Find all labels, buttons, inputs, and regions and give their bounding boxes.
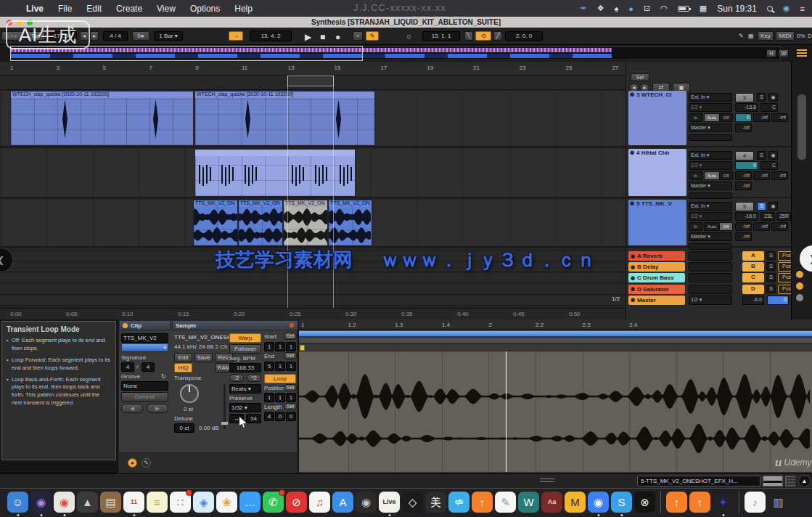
arrangement-position-field[interactable]: 13. 4. 2 [250, 30, 292, 41]
grid-thumbnail[interactable] [785, 476, 795, 487]
track-title[interactable]: ◉3 WTECH_Cl [628, 91, 686, 145]
show-hide-panel-button[interactable]: ▲ [798, 475, 811, 487]
session-record-button[interactable]: ○ [406, 32, 411, 41]
solo-button[interactable]: S [757, 151, 766, 160]
clip[interactable] [194, 149, 356, 197]
send-c[interactable]: -inf [771, 113, 788, 122]
master-channel-chooser[interactable]: 1/2 ▾ [689, 296, 732, 305]
monitor-off[interactable]: Off [719, 171, 733, 180]
dock-trash[interactable]: ▥ [768, 492, 789, 513]
send-b[interactable]: -inf [753, 171, 770, 180]
monitor-auto[interactable]: Auto [704, 171, 720, 180]
dock-textedit[interactable]: ✎ [495, 492, 516, 513]
end-set-button[interactable]: Set [284, 352, 297, 359]
dock-qbittorrent[interactable]: qb [448, 492, 469, 513]
track-title[interactable]: ◉5 TTS_MK_V [628, 200, 686, 245]
dock-zoom[interactable]: ◉ [588, 492, 609, 513]
waveform-thumbnail[interactable] [763, 476, 783, 487]
sample-beat-ruler[interactable]: 11.21.31.422.22.32.4 [299, 319, 812, 330]
dock-bottle[interactable]: ✦ [713, 492, 734, 513]
position-bars[interactable]: 1 [264, 393, 274, 402]
loop-start-field[interactable]: 13. 1. 1 [422, 31, 460, 41]
key-map-button[interactable]: Key [758, 31, 774, 41]
track-activator-icon[interactable]: ◉ [630, 150, 634, 155]
groove-refresh-icon[interactable]: ↻ [161, 373, 166, 380]
input-type-chooser[interactable]: Ext. In ▾ [689, 151, 732, 160]
pan-field[interactable]: C [760, 161, 778, 170]
monitor-auto[interactable]: Auto [704, 113, 720, 122]
play-button[interactable]: ▶ [305, 32, 311, 42]
send-letter-button[interactable]: B [742, 262, 764, 272]
dock-uploader[interactable]: ↑ [472, 492, 493, 513]
groove-chooser[interactable]: None [121, 381, 168, 391]
clip-loop-button[interactable]: Loop [264, 374, 296, 383]
metronome-button[interactable]: 0● [132, 31, 149, 41]
input-type-chooser[interactable]: Ext. In ▾ [689, 202, 732, 211]
selected-clip-name[interactable]: 5-TTS_MK_V2_ONESHOT_EFX_H... [637, 476, 760, 487]
length-set-button[interactable]: Set [284, 403, 297, 410]
return-title[interactable]: ◉A Reverb [628, 251, 685, 261]
punch-in-button[interactable]: ╲ [464, 31, 473, 41]
loop-length-field[interactable]: 2. 0. 0 [505, 31, 543, 41]
track-number-button[interactable]: 5 [735, 202, 754, 211]
send-d[interactable]: -inf [735, 232, 752, 241]
dock-reminders[interactable]: ∷ [170, 492, 191, 513]
commit-button[interactable]: Commit [121, 392, 168, 402]
output-chooser[interactable]: Master ▾ [689, 182, 732, 190]
time-signature-field[interactable]: 4 / 4 [103, 31, 128, 41]
save-sample-button[interactable]: Save [194, 353, 213, 362]
master-title[interactable]: ◉Master [628, 296, 685, 305]
solo-button[interactable]: S [757, 202, 766, 211]
send-d[interactable]: -inf [735, 182, 752, 190]
app-circle-icon[interactable]: ● [628, 4, 633, 13]
return-activator-icon[interactable]: ◉ [631, 253, 635, 259]
monitor-in[interactable]: In [689, 171, 702, 180]
pan-right-field[interactable]: 25R [776, 212, 791, 221]
dock-shield[interactable]: ◇ [402, 492, 423, 513]
arm-button[interactable]: ◉ [768, 202, 778, 211]
master-activator-icon[interactable]: ◉ [631, 297, 635, 303]
menu-file[interactable]: File [51, 4, 79, 14]
menu-help[interactable]: Help [227, 4, 260, 14]
start-set-button[interactable]: Set [284, 333, 297, 340]
punch-out-button[interactable]: ╱ [493, 31, 502, 41]
search-icon[interactable] [767, 6, 773, 12]
track-number-button[interactable]: 4 [735, 151, 754, 160]
dock-blocked[interactable]: ⊘ [286, 492, 307, 513]
detune-field[interactable]: 0 ct [174, 423, 194, 433]
return-c-dot[interactable] [796, 294, 803, 301]
return-activator-icon[interactable]: ◉ [631, 275, 635, 281]
send-c[interactable]: -inf [771, 222, 788, 231]
send-b[interactable]: -inf [753, 113, 770, 122]
zoom-height-button[interactable]: H [766, 49, 776, 57]
menu-view[interactable]: View [149, 4, 183, 14]
gain-slider-handle[interactable] [221, 422, 228, 425]
dock-siri[interactable]: ◉ [30, 492, 52, 513]
menu-create[interactable]: Create [109, 4, 149, 14]
overview-menu-icon[interactable] [797, 49, 807, 57]
volume-field[interactable]: -16.0 [735, 212, 758, 221]
computer-midi-keyboard-icon[interactable]: ▦ [748, 33, 754, 39]
arm-button[interactable]: ◉ [768, 93, 778, 102]
midi-map-button[interactable]: MIDI [776, 31, 795, 41]
dock-uploader-2[interactable]: ↑ [666, 492, 687, 513]
clip-activator-icon[interactable] [123, 323, 128, 328]
return-solo-button[interactable]: S [766, 273, 776, 282]
keyboard-icon[interactable]: ▦ [700, 4, 707, 13]
pan-left-field[interactable]: 23L [760, 212, 775, 221]
input-channel-chooser[interactable]: 1/2 ▾ [689, 103, 732, 112]
warp-marker[interactable] [300, 345, 305, 351]
clip[interactable]: WTECH_clap_quicke [2020-10-11 192200] [194, 91, 375, 146]
dock-music-file[interactable]: ♪ [745, 492, 766, 513]
start-sixteenths[interactable]: 1 [286, 342, 296, 351]
monitor-in[interactable]: In [689, 113, 702, 122]
monitor-off[interactable]: Off [719, 222, 733, 231]
edit-sample-button[interactable]: Edit [174, 353, 192, 362]
return-activator-icon[interactable]: ◉ [631, 286, 635, 292]
return-b-dot[interactable] [796, 282, 803, 290]
dock-fusion[interactable]: ⊗ [634, 492, 655, 513]
monitor-in[interactable]: In [689, 222, 702, 231]
return-activator-icon[interactable]: ◉ [631, 264, 635, 270]
arrangement-overview[interactable]: H W [0, 45, 812, 62]
start-bars[interactable]: 1 [264, 342, 274, 351]
